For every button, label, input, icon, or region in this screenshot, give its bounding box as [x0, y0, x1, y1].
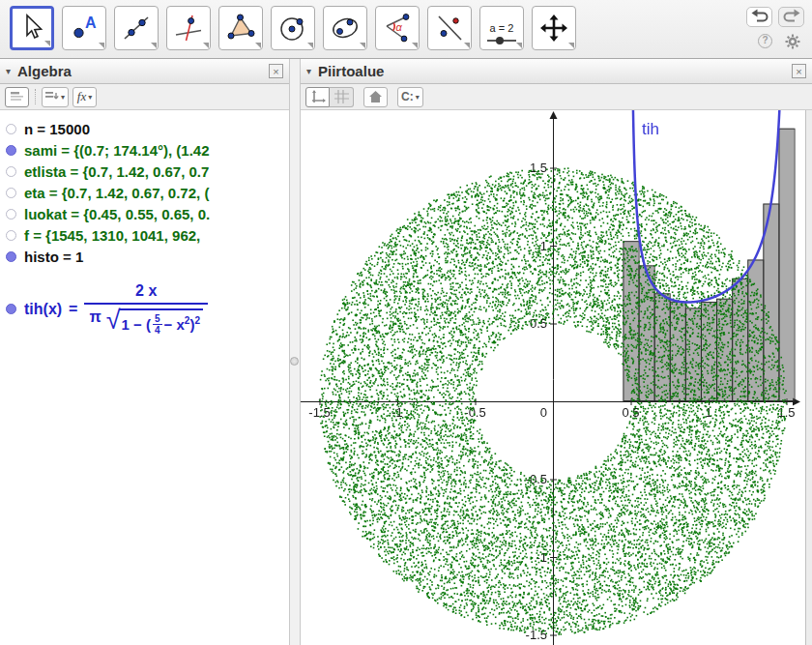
algebra-item-text: n = 15000 — [24, 121, 90, 137]
grid-icon — [334, 90, 349, 103]
algebra-title: Algebra — [17, 63, 72, 79]
svg-text:α: α — [396, 21, 403, 33]
algebra-item-tih[interactable]: tih(x) = 2 x π √ 1 − ( 5 — [0, 282, 289, 336]
algebra-header: ▾ Algebra × — [0, 59, 289, 84]
main-toolbar: A — [0, 0, 812, 59]
graphics-close-button[interactable]: × — [792, 64, 806, 78]
algebra-item-5[interactable]: f = {1545, 1310, 1041, 962, — [0, 224, 289, 246]
axes-icon — [310, 90, 326, 104]
visibility-marble[interactable] — [6, 230, 16, 241]
algebra-item-text: eta = {0.7, 1.42, 0.67, 0.72, ( — [24, 185, 209, 201]
toolbar-right-controls: ? — [744, 7, 804, 53]
algebra-item-text: histo = 1 — [24, 249, 83, 265]
algebra-item-text: f = {1545, 1310, 1041, 962, — [24, 227, 200, 244]
visibility-marble[interactable] — [6, 188, 16, 198]
graphics-title: Piirtoalue — [318, 63, 384, 79]
visibility-marble[interactable] — [6, 166, 16, 177]
help-icon[interactable]: ? — [758, 34, 772, 48]
graphics-view — [301, 110, 812, 645]
tool-polygon[interactable] — [218, 6, 263, 50]
perpendicular-line-icon — [167, 13, 210, 44]
collapse-triangle-icon[interactable]: ▾ — [306, 66, 311, 76]
slider-icon: a = 2 — [480, 22, 523, 42]
show-grid-button[interactable] — [330, 87, 354, 107]
undo-icon — [749, 9, 770, 23]
fx-icon: fx — [77, 89, 86, 104]
tool-point[interactable]: A — [62, 6, 106, 50]
svg-text:A: A — [85, 15, 97, 31]
tool-move-graphics-view[interactable] — [532, 6, 576, 50]
algebra-stylebar: ▾ fx ▾ — [0, 84, 289, 110]
algebra-item-text: luokat = {0.45, 0.55, 0.65, 0. — [24, 206, 210, 222]
tool-move[interactable] — [10, 6, 54, 50]
line-icon — [115, 13, 158, 44]
undo-button[interactable] — [746, 7, 772, 27]
algebra-item-3[interactable]: eta = {0.7, 1.42, 0.67, 0.72, ( — [0, 182, 289, 203]
move-view-icon — [533, 13, 575, 44]
collapse-triangle-icon[interactable]: ▾ — [6, 66, 11, 76]
visibility-marble[interactable] — [6, 304, 16, 314]
home-icon — [368, 90, 383, 103]
algebra-item-0[interactable]: n = 15000 — [0, 118, 289, 139]
dropdown-arrow-icon: ▾ — [88, 93, 92, 102]
algebra-item-2[interactable]: etlista = {0.7, 1.42, 0.67, 0.7 — [0, 161, 289, 182]
move-cursor-icon — [13, 13, 51, 44]
tool-line[interactable] — [114, 6, 159, 50]
tool-reflect[interactable] — [427, 6, 472, 50]
dropdown-arrow-icon: ▾ — [416, 93, 420, 102]
algebra-item-text: sami = {(0.7; 174.14°), (1.42 — [24, 142, 210, 159]
divider-drag-handle[interactable] — [290, 357, 299, 366]
tih-formula: tih(x) = 2 x π √ 1 − ( 5 — [24, 282, 208, 336]
algebra-item-text: etlista = {0.7, 1.42, 0.67, 0.7 — [24, 163, 209, 180]
visibility-marble[interactable] — [6, 145, 16, 156]
point-capturing-button[interactable]: C: ▾ — [397, 87, 423, 107]
algebra-item-6[interactable]: histo = 1 — [0, 246, 289, 267]
tool-perpendicular-line[interactable] — [166, 6, 211, 50]
visibility-marble[interactable] — [6, 124, 16, 134]
ellipse-icon — [324, 13, 366, 44]
settings-gear-icon[interactable] — [785, 34, 800, 53]
tool-circle[interactable] — [271, 6, 315, 50]
sort-icon — [45, 91, 59, 103]
sort-objects-button[interactable]: ▾ — [42, 87, 69, 107]
graphics-right-gutter[interactable] — [805, 110, 812, 645]
point-capturing-label: C: — [401, 90, 414, 103]
graphics-view-canvas[interactable] — [301, 110, 805, 645]
default-view-button[interactable] — [363, 87, 388, 107]
redo-icon — [781, 9, 802, 23]
algebra-close-button[interactable]: × — [269, 64, 283, 78]
input-fx-button[interactable]: fx ▾ — [72, 87, 97, 107]
tool-ellipse[interactable] — [323, 6, 367, 50]
reflect-icon — [428, 13, 471, 44]
list-icon — [11, 91, 24, 103]
algebra-item-4[interactable]: luokat = {0.45, 0.55, 0.65, 0. — [0, 203, 289, 224]
algebra-panel: ▾ Algebra × ▾ fx — [0, 59, 289, 645]
angle-icon: α — [376, 13, 419, 44]
polygon-icon — [219, 13, 262, 44]
auxiliary-objects-button[interactable] — [5, 87, 29, 107]
tool-slider[interactable]: a = 2 — [479, 6, 524, 50]
tool-angle[interactable]: α — [375, 6, 420, 50]
visibility-marble[interactable] — [6, 209, 16, 220]
dropdown-arrow-icon: ▾ — [61, 93, 65, 102]
show-axes-button[interactable] — [305, 87, 330, 107]
algebra-item-1[interactable]: sami = {(0.7; 174.14°), (1.42 — [0, 139, 289, 161]
graphics-panel: ▾ Piirtoalue × — [301, 59, 812, 645]
visibility-marble[interactable] — [6, 251, 16, 262]
algebra-object-list: n = 15000sami = {(0.7; 174.14°), (1.42et… — [0, 110, 289, 645]
point-icon: A — [63, 13, 105, 44]
panel-divider[interactable] — [289, 59, 301, 645]
circle-icon — [272, 13, 314, 44]
graphics-stylebar: C: ▾ — [301, 84, 812, 110]
graphics-header: ▾ Piirtoalue × — [301, 59, 812, 84]
redo-button[interactable] — [778, 7, 804, 27]
